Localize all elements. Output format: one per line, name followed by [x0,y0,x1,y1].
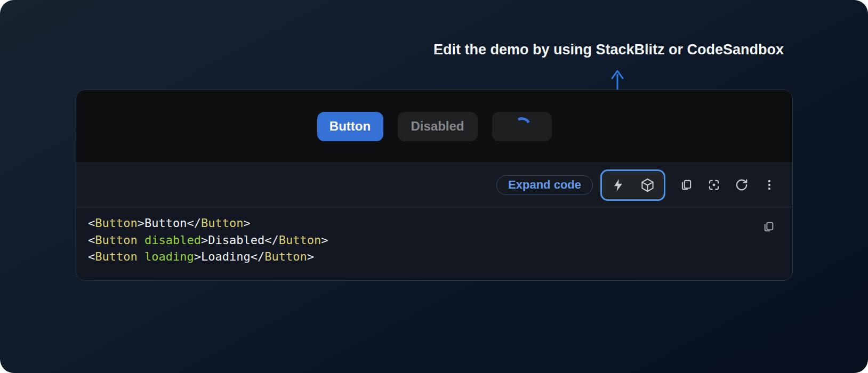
demo-loading-button[interactable] [492,112,552,141]
toolbar-actions: Expand code [496,169,776,201]
demo-disabled-button[interactable]: Disabled [398,112,478,141]
demo-toolbar: Expand code [76,163,792,207]
sandbox-button-group [600,169,665,201]
stackblitz-lightning-icon[interactable] [611,178,625,192]
code-line: <Button>Button</Button> [88,215,779,232]
demo-card: Button Disabled Expand code [76,90,793,281]
page-background: Edit the demo by using StackBlitz or Cod… [0,0,868,373]
demo-preview-area: Button Disabled [76,90,792,163]
demo-primary-button[interactable]: Button [317,112,383,141]
code-line: <Button disabled>Disabled</Button> [88,232,779,249]
copy-icon[interactable] [679,178,693,192]
loading-spinner-icon [510,115,533,137]
code-copy-icon[interactable] [762,220,775,233]
focus-icon[interactable] [707,178,721,192]
refresh-icon[interactable] [735,178,749,192]
code-lines: <Button>Button</Button><Button disabled>… [88,215,779,265]
annotation-text: Edit the demo by using StackBlitz or Cod… [433,42,784,58]
expand-code-button[interactable]: Expand code [496,175,593,195]
more-vertical-icon[interactable] [762,178,776,192]
codesandbox-cube-icon[interactable] [640,178,655,192]
code-block: <Button>Button</Button><Button disabled>… [76,207,792,281]
code-line: <Button loading>Loading</Button> [88,248,779,265]
